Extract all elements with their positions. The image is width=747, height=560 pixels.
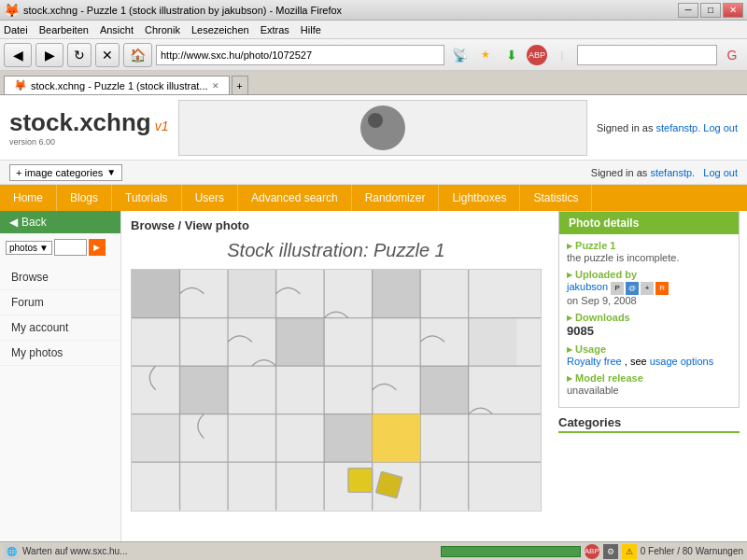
tab-title: stock.xchng - Puzzle 1 (stock illustrat.… [31, 80, 208, 91]
nav-tab-statistics[interactable]: Statistics [520, 185, 592, 211]
search-type-dropdown[interactable]: photos ▼ [6, 241, 52, 255]
logout-link-2[interactable]: Log out [703, 167, 738, 178]
svg-rect-21 [348, 469, 373, 493]
nav-tab-lightboxes[interactable]: Lightboxes [439, 185, 520, 211]
photo-details-header: Photo details [559, 212, 739, 234]
nav-tab-home[interactable]: Home [0, 185, 57, 211]
svg-rect-24 [469, 318, 517, 367]
nav-tab-randomizer[interactable]: Randomizer [352, 185, 440, 211]
photo-details-box: Photo details ▸ Puzzle 1 the puzzle is i… [558, 211, 740, 408]
search-type-arrow: ▼ [39, 243, 49, 253]
menu-datei[interactable]: Datei [4, 24, 28, 35]
new-tab-button[interactable]: + [232, 76, 248, 94]
menu-ansicht[interactable]: Ansicht [100, 24, 134, 35]
svg-rect-22 [375, 471, 402, 497]
category-dropdown[interactable]: + image categories ▼ [9, 164, 122, 181]
gear-status-icon: ⚙ [603, 544, 618, 559]
adblock-icon[interactable]: ABP [527, 45, 547, 65]
signed-in-user[interactable]: stefanstp. [656, 122, 701, 133]
sidebar-nav: Browse Forum My account My photos [0, 261, 120, 370]
nav-tab-tutorials[interactable]: Tutorials [112, 185, 182, 211]
svg-rect-25 [132, 414, 180, 463]
uploaded-row: ▸ Uploaded by jakubson P @ + R on Sep 9,… [567, 269, 731, 306]
category-label: + image categories [16, 167, 103, 178]
forward-button[interactable]: ▶ [35, 43, 63, 67]
search-type-label: photos [9, 243, 37, 253]
stop-button[interactable]: ✕ [95, 43, 120, 67]
address-bar[interactable] [156, 45, 444, 65]
reload-button[interactable]: ↻ [67, 43, 92, 67]
rss-feed-icon[interactable]: R [655, 282, 669, 295]
maximize-button[interactable]: □ [700, 3, 721, 18]
search-go-icon: ▶ [93, 243, 100, 252]
adblock-status-icon: ABP [585, 544, 599, 559]
menu-hilfe[interactable]: Hilfe [301, 24, 321, 35]
nav-tab-advanced-search[interactable]: Advanced search [238, 185, 352, 211]
sidebar-item-forum[interactable]: Forum [0, 290, 120, 315]
nav-tab-blogs[interactable]: Blogs [57, 185, 112, 211]
usage-label: ▸ Usage [567, 343, 731, 356]
error-count: 0 Fehler / 80 Warnungen [641, 546, 743, 556]
sidebar-item-myaccount[interactable]: My account [0, 315, 120, 341]
menu-lesezeichen[interactable]: Lesezeichen [191, 24, 249, 35]
menu-extras[interactable]: Extras [261, 24, 289, 35]
contact-icon[interactable]: @ [626, 282, 639, 295]
menu-chronik[interactable]: Chronik [145, 24, 180, 35]
search-input[interactable] [54, 239, 87, 256]
firefox-icon: 🦊 [4, 3, 20, 18]
browser-tab-active[interactable]: 🦊 stock.xchng - Puzzle 1 (stock illustra… [4, 76, 230, 94]
tab-close-icon[interactable]: ✕ [212, 81, 219, 91]
photo-name-row: ▸ Puzzle 1 the puzzle is incomplete. [567, 240, 731, 263]
sidebar-item-myphotos[interactable]: My photos [0, 341, 120, 366]
back-arrow-icon: ◀ [9, 216, 18, 229]
svg-rect-18 [324, 414, 373, 463]
search-go-button[interactable]: ▶ [89, 239, 106, 256]
sidebar: ◀ Back photos ▼ ▶ Browse Forum My accoun… [0, 211, 121, 541]
star-icon[interactable]: ★ [474, 44, 497, 66]
puzzle-svg [132, 270, 541, 511]
menu-bearbeiten[interactable]: Bearbeiten [39, 24, 89, 35]
svg-rect-14 [132, 270, 180, 318]
back-button-sidebar[interactable]: ◀ Back [0, 211, 120, 233]
home-button[interactable]: 🏠 [123, 43, 152, 67]
dropdown-arrow-icon: ▼ [106, 167, 116, 177]
categories-header: Categories [558, 415, 740, 433]
svg-point-1 [368, 113, 383, 128]
usage-type-link[interactable]: Royalty free [567, 356, 622, 367]
model-release-value: unavailable [567, 385, 731, 396]
svg-rect-16 [276, 318, 325, 367]
signed-in-text: Signed in as [591, 167, 651, 178]
search-engine-icon[interactable]: G [721, 44, 743, 66]
content-area: Browse / View photo Stock illustration: … [121, 211, 551, 541]
back-button[interactable]: ◀ [4, 43, 32, 67]
separator-icon: | [551, 44, 573, 66]
search-bar[interactable] [577, 45, 717, 65]
photo-name-desc: the puzzle is incomplete. [567, 252, 731, 263]
tab-favicon: 🦊 [14, 79, 27, 91]
photo-details-body: ▸ Puzzle 1 the puzzle is incomplete. ▸ U… [559, 234, 739, 407]
usage-suffix: , see [625, 356, 647, 367]
right-panel: Photo details ▸ Puzzle 1 the puzzle is i… [551, 211, 747, 541]
close-button[interactable]: ✕ [723, 3, 743, 18]
downloads-row: ▸ Downloads 9085 [567, 312, 731, 338]
photo-container [131, 269, 542, 511]
model-release-row: ▸ Model release unavailable [567, 372, 731, 396]
minimize-button[interactable]: ─ [678, 3, 698, 18]
svg-rect-15 [180, 366, 229, 414]
rss-icon[interactable]: 📡 [448, 44, 471, 66]
toolbar: ◀ ▶ ↻ ✕ 🏠 📡 ★ ⬇ ABP | G [0, 39, 747, 71]
portfolio-icon[interactable]: P [611, 282, 624, 295]
uploader-link[interactable]: jakubson [567, 281, 608, 292]
page-content: stock.xchngv1 version 6.00 Signed in as … [0, 95, 747, 560]
logo-subtitle: version 6.00 [9, 137, 169, 147]
username-link[interactable]: stefanstp. [650, 167, 695, 178]
logo-text: stock.xchngv1 [9, 108, 169, 137]
download-arrow-icon[interactable]: ⬇ [500, 44, 523, 66]
svg-rect-19 [420, 366, 469, 414]
logout-link[interactable]: Log out [703, 122, 738, 133]
nav-tab-users[interactable]: Users [182, 185, 238, 211]
sidebar-item-browse[interactable]: Browse [0, 265, 120, 290]
usage-options-link[interactable]: usage options [650, 356, 714, 367]
plus-icon[interactable]: + [641, 282, 654, 295]
downloads-count: 9085 [567, 324, 731, 338]
